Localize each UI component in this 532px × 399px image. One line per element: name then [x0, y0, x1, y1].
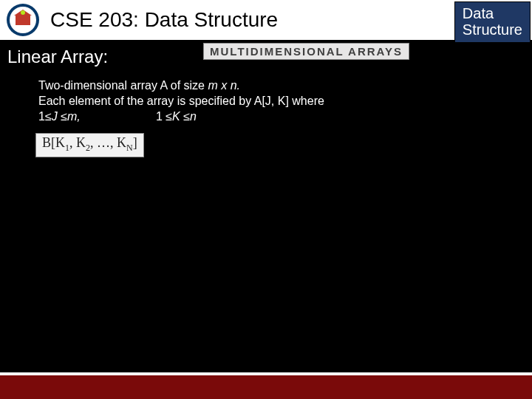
notation-subN: N [126, 143, 133, 153]
body-line1b: m x n. [208, 79, 240, 92]
notation-box: B[K1, K2, …, KN] [35, 133, 144, 157]
course-title: CSE 203: Data Structure [50, 8, 278, 32]
topic-badge: MULTIDIMENSIONAL ARRAYS [203, 43, 409, 60]
notation-prefix: B[K [42, 135, 65, 150]
subhead-label: Linear Array: [7, 47, 108, 67]
header-band: CSE 203: Data Structure [0, 0, 532, 41]
svg-rect-2 [16, 16, 30, 26]
subhead-sub: Searching [118, 50, 185, 66]
subheading-row: Linear Array: Searching [7, 47, 185, 67]
corner-line2: Structure [463, 21, 522, 38]
svg-point-5 [21, 10, 25, 15]
body-line2: Each element of the array is specified b… [38, 95, 324, 107]
corner-topic-box: Data Structure [454, 1, 531, 43]
slide: CSE 203: Data Structure Data Structure L… [0, 0, 532, 399]
body-line1a: Two-dimensional array A of size [38, 79, 208, 92]
footer-band [0, 372, 532, 399]
notation-suffix: ] [133, 135, 137, 150]
svg-rect-4 [16, 25, 30, 27]
corner-line1: Data [463, 5, 522, 21]
body-text: Two-dimensional array A of size m x n. E… [38, 78, 452, 124]
body-line3: 1≤J ≤m, 1 ≤K ≤n [38, 109, 452, 125]
university-logo-icon [4, 1, 41, 38]
